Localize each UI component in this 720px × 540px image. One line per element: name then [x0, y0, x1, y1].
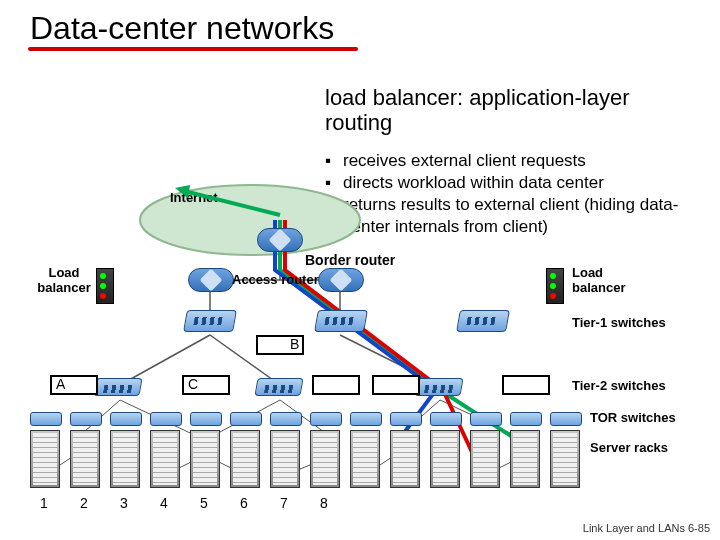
tier1-switch-3-icon [456, 310, 510, 332]
rack-5-icon [190, 430, 220, 488]
switch-box-e [372, 375, 420, 395]
tor-13-icon [510, 412, 542, 426]
rack-8-icon [310, 430, 340, 488]
rack-4-icon [150, 430, 180, 488]
tor-8-icon [310, 412, 342, 426]
border-router-label: Border router [305, 252, 395, 268]
load-balancer-left-label: Load balancer [34, 265, 94, 295]
tor-10-icon [390, 412, 422, 426]
rack-1-icon [30, 430, 60, 488]
rack-num-7: 7 [280, 495, 288, 511]
internet-label: Internet [170, 190, 218, 205]
load-balancer-left-icon [96, 268, 114, 304]
tor-9-icon [350, 412, 382, 426]
subtitle: load balancer: application-layer routing [325, 85, 695, 136]
switch-box-d [312, 375, 360, 395]
tor-12-icon [470, 412, 502, 426]
tor-3-icon [110, 412, 142, 426]
load-balancer-right-icon [546, 268, 564, 304]
switch-letter-c: C [188, 376, 198, 392]
rack-num-2: 2 [80, 495, 88, 511]
switch-letter-a: A [56, 376, 65, 392]
rack-13-icon [510, 430, 540, 488]
rack-num-8: 8 [320, 495, 328, 511]
rack-num-4: 4 [160, 495, 168, 511]
rack-12-icon [470, 430, 500, 488]
network-diagram: Internet [0, 160, 720, 540]
server-racks-label: Server racks [590, 440, 668, 455]
rack-num-1: 1 [40, 495, 48, 511]
switch-box-f [502, 375, 550, 395]
tier2-switch-1-icon [93, 378, 142, 396]
tor-2-icon [70, 412, 102, 426]
tier1-label: Tier-1 switches [572, 315, 666, 330]
tor-11-icon [430, 412, 462, 426]
access-router-label: Access router [232, 272, 319, 287]
rack-6-icon [230, 430, 260, 488]
tier2-switch-2-icon [254, 378, 303, 396]
tor-label: TOR switches [590, 410, 676, 425]
tor-1-icon [30, 412, 62, 426]
rack-14-icon [550, 430, 580, 488]
rack-num-3: 3 [120, 495, 128, 511]
tor-4-icon [150, 412, 182, 426]
tor-7-icon [270, 412, 302, 426]
border-router-icon [257, 228, 303, 252]
slide-title: Data-center networks [0, 0, 720, 47]
tor-14-icon [550, 412, 582, 426]
tier1-switch-1-icon [183, 310, 237, 332]
tier2-switch-3-icon [414, 378, 463, 396]
rack-10-icon [390, 430, 420, 488]
load-balancer-right-label: Load balancer [572, 265, 642, 295]
rack-3-icon [110, 430, 140, 488]
rack-11-icon [430, 430, 460, 488]
slide-footer: Link Layer and LANs 6-85 [583, 522, 710, 534]
switch-letter-b: B [290, 336, 299, 352]
rack-9-icon [350, 430, 380, 488]
tor-6-icon [230, 412, 262, 426]
tier2-label: Tier-2 switches [572, 378, 666, 393]
access-router-right-icon [318, 268, 364, 292]
tier1-switch-2-icon [314, 310, 368, 332]
title-underline [28, 47, 358, 51]
rack-7-icon [270, 430, 300, 488]
tor-5-icon [190, 412, 222, 426]
access-router-left-icon [188, 268, 234, 292]
rack-num-5: 5 [200, 495, 208, 511]
rack-2-icon [70, 430, 100, 488]
rack-num-6: 6 [240, 495, 248, 511]
